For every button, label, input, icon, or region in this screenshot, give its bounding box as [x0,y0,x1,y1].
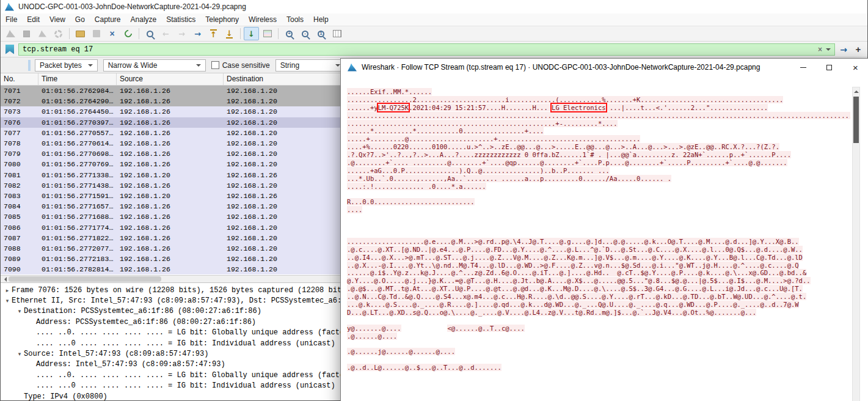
stream-text: ......*..........*...........0..........… [347,127,544,134]
colorize-packets-icon[interactable] [260,27,275,40]
auto-scroll-icon[interactable]: ↓ [244,27,259,40]
stream-text: ......+y [347,104,378,111]
cell-destination: 192.168.1.26 [224,171,346,179]
menu-file[interactable]: File [1,14,22,25]
cell-destination: 192.168.1.20 [224,160,346,168]
expander-down-icon[interactable]: ▾ [15,308,24,314]
stream-line [347,356,850,364]
stream-text: ...@.k....@.S....@._....@.R....@.]....@.… [347,301,799,308]
stream-line: ......@.i$..Y@.z...k@.J....@.^...z@.Zd..… [347,269,850,277]
resize-columns-icon[interactable] [329,27,345,40]
triangle-up-icon [854,88,859,93]
cell-time: 01:01:56.2771657… [38,202,117,210]
column-header-no[interactable]: No. [1,73,38,85]
stream-line: ..@.N...C@.Td..&@.Q....@.S4...x@.m4...@.… [347,293,850,301]
stream-text: ........................................… [347,120,618,127]
stream-text: ..@.X...-@.I....@.Yt..\@.nd..M@.T4...@.l… [347,262,799,269]
wireshark-logo-icon [348,64,357,72]
reload-file-icon[interactable] [120,27,136,40]
clear-filter-icon[interactable]: × [818,46,822,53]
go-to-packet-icon[interactable]: → [190,27,205,40]
stream-text: .@......j@......@......@.... [347,348,455,355]
find-packet-icon[interactable] [142,27,158,40]
cell-time: 01:01:56.2770557… [38,129,117,137]
open-file-icon[interactable] [73,27,88,40]
apply-arrow-icon: → [840,45,847,54]
stream-text: ....+%......0220......0100.....u.>^..>..… [347,143,779,150]
stream-text: ......@.i$..Y@.z...k@.J....@.^...z@.Zd..… [347,269,806,276]
stream-text: .....+.........@......................+.… [347,135,640,142]
cell-time: 01:01:56.2782814… [38,265,117,273]
filter-bookmark-button[interactable] [4,43,16,56]
search-charset-select[interactable]: Narrow & Wide [103,59,206,72]
expander-right-icon[interactable]: ▸ [3,287,12,293]
cell-destination: 192.168.1.20 [224,213,346,221]
menu-tools[interactable]: Tools [282,14,308,25]
menu-view[interactable]: View [45,14,70,25]
scroll-up-button[interactable] [853,87,859,95]
stream-text: <@......@..T..c@.... [447,325,524,332]
stream-line: ......+aG...0.P..............).Q..@.....… [347,167,850,175]
display-filter-input[interactable]: tcp.stream eq 17 × [18,43,835,56]
menu-capture[interactable]: Capture [90,14,126,25]
expander-down-icon[interactable]: ▾ [15,351,24,357]
maximize-button[interactable] [816,59,842,76]
zoom-out-icon[interactable] [297,27,313,40]
scroll-left-button[interactable] [1,276,8,282]
stream-text: .................2......................… [347,96,783,103]
cell-no: 7077 [1,129,38,137]
cell-no: 7088 [1,245,38,252]
filter-dropdown-caret-icon[interactable] [826,48,831,53]
menu-statistics[interactable]: Statistics [161,14,200,25]
cell-source: 192.168.1.26 [117,97,224,105]
cell-source: 192.168.1.26 [117,119,224,127]
stream-line: .................2......................… [347,96,850,104]
stream-line [347,230,850,238]
menu-go[interactable]: Go [70,14,90,25]
search-charset-value: Narrow & Wide [108,61,158,70]
stream-text: .@.c....@.XT..[@.ND..|@.e4...@.P....@.FD… [347,246,803,253]
dialog-title: Wireshark · Follow TCP Stream (tcp.strea… [362,63,785,72]
stream-line: .@..d..L@......@..$...@..T...@..d....... [347,364,850,372]
search-scope-select[interactable]: Packet bytes [35,59,98,72]
column-header-destination[interactable]: Destination [224,73,346,85]
cell-no: 7071 [1,87,38,95]
vscrollbar-thumb[interactable] [853,97,859,143]
zoom-in-icon[interactable] [282,27,297,40]
expander-down-icon[interactable]: ▾ [3,298,12,304]
save-file-icon [89,27,104,40]
cell-no: 7082 [1,182,38,189]
stream-text: .@..d..L@......@..$...@..T...@..d....... [347,364,501,371]
stream-text: .?.Qx?7..>'..?..,?..>...A...?....zzzzzzz… [347,151,791,158]
stream-text: ......+aG...0.P..............).Q..@.....… [347,167,610,174]
menu-help[interactable]: Help [308,14,334,25]
go-last-packet-icon[interactable]: ↓ [222,27,237,40]
menu-edit[interactable]: Edit [22,14,45,25]
column-header-time[interactable]: Time [38,73,117,85]
apply-filter-button[interactable]: → [837,43,850,56]
cell-destination: 192.168.1.20 [224,255,346,263]
close-button[interactable]: × [842,59,868,76]
search-type-select[interactable]: String [275,59,345,72]
cell-destination: 192.168.1.26 [224,192,346,200]
menu-analyze[interactable]: Analyze [126,14,162,25]
stream-line: .@......@.... [347,333,850,340]
menu-telephony[interactable]: Telephony [200,14,244,25]
close-file-icon[interactable]: × [104,27,120,40]
detail-text: Frame 7076: 1526 bytes on wire (12208 bi… [12,286,346,295]
add-filter-button[interactable]: + [852,43,864,56]
case-sensitive-checkbox[interactable]: Case sensitive [211,61,270,70]
hscrollbar-thumb[interactable] [9,276,161,282]
zoom-reset-icon[interactable] [313,27,329,40]
detail-text: Address: Intel_57:47:93 (c8:09:a8:57:47:… [36,360,225,369]
go-first-packet-icon[interactable]: ↑ [206,27,221,40]
cell-no: 7085 [1,213,38,221]
stream-line: ........................................… [347,120,850,128]
vertical-scrollbar[interactable] [852,87,860,401]
menu-wireless[interactable]: Wireless [244,14,282,25]
column-header-source[interactable]: Source [117,73,224,85]
case-sensitive-label: Case sensitive [222,61,270,70]
cell-destination: 192.168.1.20 [224,265,346,273]
minimize-button[interactable] [790,59,816,76]
dialog-titlebar[interactable]: Wireshark · Follow TCP Stream (tcp.strea… [341,59,868,76]
